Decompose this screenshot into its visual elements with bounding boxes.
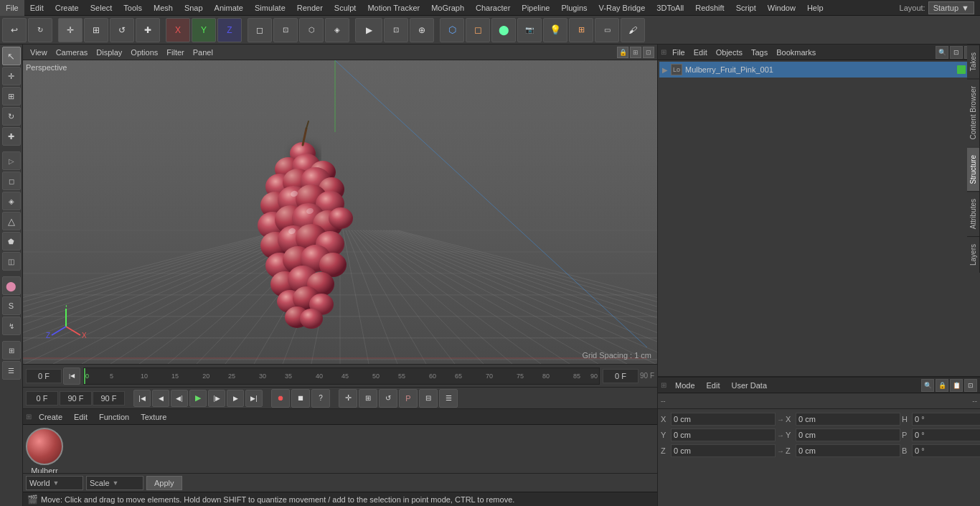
magnet-tool[interactable]: ↯	[2, 317, 21, 335]
menu-edit[interactable]: Edit	[24, 0, 50, 16]
y-size-input[interactable]	[796, 428, 900, 441]
viewport-menu-display[interactable]: Display	[92, 44, 126, 60]
rotate-tool[interactable]: ↻	[2, 107, 21, 126]
menu-mesh[interactable]: Mesh	[148, 0, 179, 16]
attributes-edit-button[interactable]: Edit	[702, 378, 725, 393]
menu-render[interactable]: Render	[291, 0, 329, 16]
select-tool[interactable]: ↖	[2, 47, 21, 65]
keyframe-move-button[interactable]: ✛	[339, 389, 357, 408]
move-tool-button[interactable]: ✛	[58, 18, 83, 42]
edge-mode-button[interactable]: ⊡	[273, 18, 298, 42]
point-tool[interactable]: ◈	[2, 192, 21, 210]
menu-3dtoall[interactable]: 3DToAll	[651, 0, 689, 16]
go-to-start-button[interactable]: |◀	[133, 390, 151, 407]
menu-simulate[interactable]: Simulate	[249, 0, 291, 16]
redo-button[interactable]: ↻	[28, 18, 52, 42]
x-pos-input[interactable]	[671, 413, 776, 426]
z-axis-button[interactable]: Z	[217, 18, 242, 42]
step-fwd-frame-button[interactable]: |▶	[208, 390, 225, 407]
menu-tools[interactable]: Tools	[118, 0, 148, 16]
viewport-layout-button[interactable]: ⊞	[630, 47, 641, 58]
transform-all-tool[interactable]: ✚	[2, 127, 21, 146]
move-tool[interactable]: ✛	[2, 67, 21, 85]
attributes-userdata-button[interactable]: User Data	[727, 378, 772, 393]
objects-tags-button[interactable]: Tags	[747, 44, 772, 60]
menu-help[interactable]: Help	[801, 0, 829, 16]
undo-button[interactable]: ↩	[2, 18, 27, 42]
menu-redshift[interactable]: Redshift	[689, 0, 730, 16]
scale-dropdown[interactable]: Scale ▼	[86, 476, 143, 490]
objects-collapse-button[interactable]: ⊡	[950, 46, 963, 59]
material-item[interactable]: Mulberr	[26, 428, 63, 475]
attr-expand-button[interactable]: ⊡	[964, 379, 977, 392]
material-edit-button[interactable]: Edit	[70, 409, 92, 425]
viewport-menu-options[interactable]: Options	[126, 44, 162, 60]
z-pos-input[interactable]	[671, 444, 776, 457]
keyframe-scale-button[interactable]: ⊞	[359, 389, 377, 408]
material-texture-button[interactable]: Texture	[136, 409, 171, 425]
x-axis-button[interactable]: X	[166, 18, 190, 42]
object-row-mulberry[interactable]: ▶ Lo Mulberry_Fruit_Pink_001	[659, 62, 979, 78]
apply-button[interactable]: Apply	[146, 476, 182, 490]
scale-tool[interactable]: ⊞	[2, 87, 21, 106]
viewport-menu-filter[interactable]: Filter	[162, 44, 188, 60]
step-fwd-button[interactable]: ▶	[227, 390, 244, 407]
measure-tool[interactable]: ☰	[2, 361, 21, 380]
brush-tool[interactable]: △	[2, 212, 21, 230]
menu-script[interactable]: Script	[730, 0, 762, 16]
objects-edit-button[interactable]: Edit	[689, 44, 712, 60]
viewport-menu-panel[interactable]: Panel	[189, 44, 217, 60]
vtab-content-browser[interactable]: Content Browser	[967, 78, 980, 146]
menu-select[interactable]: Select	[85, 0, 118, 16]
vtab-layers[interactable]: Layers	[967, 236, 980, 273]
sculpt-tool[interactable]: ⬤	[2, 276, 21, 295]
menu-snap[interactable]: Snap	[179, 0, 209, 16]
menu-animate[interactable]: Animate	[209, 0, 249, 16]
b-input[interactable]	[912, 444, 980, 457]
material-function-button[interactable]: Function	[95, 409, 133, 425]
edge-tool[interactable]: ◻	[2, 172, 21, 190]
spline-tool[interactable]: ◫	[2, 252, 21, 271]
transform-tool-button[interactable]: ✚	[136, 18, 160, 42]
objects-bookmarks-button[interactable]: Bookmarks	[772, 44, 820, 60]
frame-end-playback-input2[interactable]	[93, 391, 125, 406]
sphere-primitive-button[interactable]: ⬡	[440, 18, 464, 42]
vtab-takes[interactable]: Takes	[967, 44, 980, 78]
object-mode-button[interactable]: ◻	[248, 18, 272, 42]
world-dropdown[interactable]: World ▼	[26, 476, 83, 490]
attributes-mode-button[interactable]: Mode	[671, 378, 699, 393]
polygon-mode-button[interactable]: ⬡	[299, 18, 324, 42]
step-back-button[interactable]: ◀	[152, 390, 169, 407]
render-button[interactable]: ▶	[355, 18, 382, 42]
menu-create[interactable]: Create	[50, 0, 85, 16]
autokey-button[interactable]: P	[399, 389, 418, 408]
attr-copy-button[interactable]: 📋	[950, 379, 963, 392]
x-size-input[interactable]	[796, 413, 900, 426]
menu-sculpt[interactable]: Sculpt	[329, 0, 362, 16]
step-back-begin-button[interactable]: |◀	[63, 367, 80, 385]
menu-mograph[interactable]: MoGraph	[425, 0, 470, 16]
menu-character[interactable]: Character	[470, 0, 516, 16]
y-axis-button[interactable]: Y	[192, 18, 216, 42]
step-back-frame-button[interactable]: ◀|	[171, 390, 188, 407]
viewport-menu-view[interactable]: View	[26, 44, 52, 60]
timeline-ruler[interactable]: 0 5 10 15 20 25 30 35 40 45 50 55 60 65 …	[83, 367, 600, 385]
h-input[interactable]	[912, 413, 980, 426]
stop-record-button[interactable]: ⏹	[291, 389, 310, 408]
viewport-lock-button[interactable]: 🔒	[617, 47, 628, 58]
objects-file-button[interactable]: File	[668, 44, 689, 60]
menu-plugins[interactable]: Plugins	[555, 0, 593, 16]
menu-window[interactable]: Window	[762, 0, 801, 16]
frame-end-playback-input[interactable]	[60, 391, 92, 406]
object-color-green[interactable]	[957, 65, 966, 74]
deformer-button[interactable]: ⊞	[569, 18, 593, 42]
current-frame-input[interactable]	[603, 369, 639, 383]
y-pos-input[interactable]	[671, 428, 776, 441]
grid-tool[interactable]: ⊞	[2, 341, 21, 360]
keyframe-rotate-button[interactable]: ↺	[379, 389, 397, 408]
point-mode-button[interactable]: ◈	[325, 18, 349, 42]
knife-tool[interactable]: ⬟	[2, 232, 21, 250]
render-region-button[interactable]: ⊡	[384, 18, 408, 42]
camera-button[interactable]: 📷	[517, 18, 542, 42]
playback-settings-button[interactable]: ?	[311, 389, 330, 408]
